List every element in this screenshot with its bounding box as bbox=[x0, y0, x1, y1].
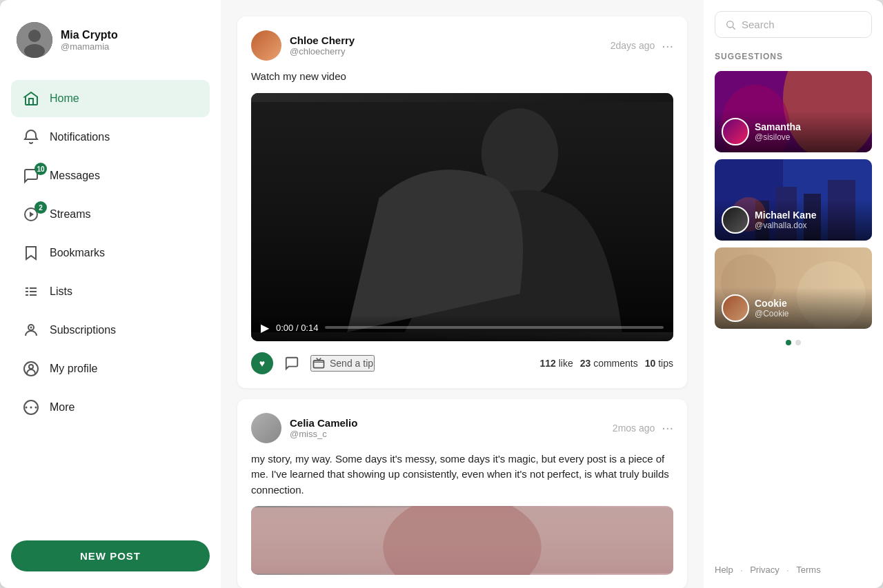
svg-rect-25 bbox=[251, 507, 673, 574]
post-more-button[interactable]: ··· bbox=[662, 38, 673, 54]
suggestions-title: SUGGESTIONS bbox=[715, 52, 872, 61]
video-time: 0:00 / 0:14 bbox=[276, 323, 318, 333]
play-button[interactable]: ▶ bbox=[261, 321, 269, 334]
post-header: Celia Camelio @miss_c 2mos ago ··· bbox=[251, 413, 673, 443]
svg-point-15 bbox=[26, 407, 28, 409]
suggestion-avatar bbox=[722, 118, 749, 145]
svg-marker-4 bbox=[30, 212, 34, 217]
sidebar-item-more-label: More bbox=[50, 401, 75, 414]
search-box[interactable] bbox=[715, 11, 872, 38]
search-icon bbox=[725, 19, 736, 30]
sidebar-item-subscriptions[interactable]: Subscriptions bbox=[11, 312, 210, 349]
post-text: Watch my new video bbox=[251, 69, 673, 85]
sidebar-item-streams[interactable]: 2 Streams bbox=[11, 196, 210, 233]
footer-links: Help · Privacy · Terms bbox=[715, 554, 872, 577]
dot-1[interactable] bbox=[786, 340, 791, 345]
post-author: Chloe Cherry @chloecherry bbox=[251, 30, 355, 61]
like-button[interactable]: ♥ bbox=[251, 352, 273, 374]
post-text: my story, my way. Some days it's messy, … bbox=[251, 452, 673, 498]
post-meta: 2mos ago ··· bbox=[613, 420, 673, 436]
footer-sep-1: · bbox=[740, 565, 743, 577]
sidebar-item-lists[interactable]: Lists bbox=[11, 273, 210, 310]
suggestion-name: Cookie bbox=[755, 298, 789, 309]
messages-badge: 10 bbox=[34, 163, 47, 175]
list-icon bbox=[22, 283, 40, 301]
sidebar-item-bookmarks[interactable]: Bookmarks bbox=[11, 234, 210, 272]
svg-point-2 bbox=[24, 44, 45, 58]
svg-point-17 bbox=[35, 407, 37, 409]
post-author-avatar bbox=[251, 30, 281, 61]
carousel-dots bbox=[715, 340, 872, 345]
svg-point-16 bbox=[30, 407, 32, 409]
video-progress-bar[interactable] bbox=[325, 326, 664, 329]
post-card: Chloe Cherry @chloecherry 2days ago ··· … bbox=[237, 17, 687, 388]
like-count: 112 like bbox=[539, 358, 573, 369]
send-tip-button[interactable]: Send a tip bbox=[310, 355, 375, 372]
post-card: Celia Camelio @miss_c 2mos ago ··· my st… bbox=[237, 399, 687, 589]
user-info: Mia Crypto @mamamia bbox=[61, 29, 118, 52]
sidebar-item-bookmarks-label: Bookmarks bbox=[50, 247, 105, 259]
sidebar-item-lists-label: Lists bbox=[50, 285, 72, 298]
post-author-avatar bbox=[251, 413, 281, 443]
footer-privacy-link[interactable]: Privacy bbox=[750, 565, 780, 577]
svg-point-14 bbox=[29, 365, 33, 369]
svg-point-26 bbox=[727, 21, 733, 27]
suggestion-name: Michael Kane bbox=[755, 210, 816, 221]
suggestion-overlay: Samantha @sisilove bbox=[715, 111, 872, 152]
footer-help-link[interactable]: Help bbox=[715, 565, 733, 577]
suggestion-handle: @Cookie bbox=[755, 309, 789, 318]
tip-count: 10 tips bbox=[645, 358, 673, 369]
sidebar-item-notifications[interactable]: Notifications bbox=[11, 119, 210, 156]
svg-line-27 bbox=[733, 27, 735, 30]
streams-badge: 2 bbox=[34, 201, 47, 214]
post-author-name: Chloe Cherry bbox=[290, 34, 355, 46]
suggestion-name: Samantha bbox=[755, 121, 801, 132]
post-author-info: Chloe Cherry @chloecherry bbox=[290, 34, 355, 57]
user-display-name: Mia Crypto bbox=[61, 29, 118, 41]
post-timestamp: 2mos ago bbox=[613, 423, 655, 434]
more-icon bbox=[22, 398, 40, 416]
video-thumbnail bbox=[251, 93, 673, 341]
sidebar-item-notifications-label: Notifications bbox=[50, 131, 110, 143]
user-profile[interactable]: Mia Crypto @mamamia bbox=[11, 17, 210, 63]
search-input[interactable] bbox=[742, 19, 862, 30]
sidebar-item-messages[interactable]: 10 Messages bbox=[11, 157, 210, 194]
home-icon bbox=[22, 90, 40, 108]
post-meta: 2days ago ··· bbox=[611, 38, 673, 54]
sidebar-item-more[interactable]: More bbox=[11, 389, 210, 426]
post-more-button[interactable]: ··· bbox=[662, 420, 673, 436]
suggestion-handle: @sisilove bbox=[755, 132, 801, 142]
suggestion-handle: @valhalla.dox bbox=[755, 221, 816, 230]
sidebar-item-home-label: Home bbox=[50, 92, 79, 105]
new-post-button[interactable]: NEW POST bbox=[11, 540, 210, 571]
svg-point-12 bbox=[30, 327, 32, 329]
suggestion-card[interactable]: Michael Kane @valhalla.dox bbox=[715, 159, 872, 241]
main-feed: Chloe Cherry @chloecherry 2days ago ··· … bbox=[221, 0, 704, 588]
bookmark-icon bbox=[22, 244, 40, 262]
footer-terms-link[interactable]: Terms bbox=[796, 565, 820, 577]
svg-point-1 bbox=[28, 30, 41, 42]
sidebar-item-messages-label: Messages bbox=[50, 170, 100, 182]
comment-count: 23 comments bbox=[580, 358, 638, 369]
sidebar-item-home[interactable]: Home bbox=[11, 80, 210, 117]
video-controls: ▶ 0:00 / 0:14 bbox=[251, 314, 673, 341]
suggestion-avatar bbox=[722, 294, 749, 322]
suggestion-card[interactable]: Cookie @Cookie bbox=[715, 247, 872, 329]
footer-sep-2: · bbox=[786, 565, 789, 577]
sidebar-item-profile[interactable]: My profile bbox=[11, 350, 210, 387]
tip-icon bbox=[312, 356, 326, 370]
profile-icon bbox=[22, 360, 40, 378]
suggestion-avatar bbox=[722, 206, 749, 234]
suggestion-overlay: Michael Kane @valhalla.dox bbox=[715, 199, 872, 241]
sidebar: Mia Crypto @mamamia Home Notifica bbox=[0, 0, 221, 588]
post-header: Chloe Cherry @chloecherry 2days ago ··· bbox=[251, 30, 673, 61]
sidebar-item-subscriptions-label: Subscriptions bbox=[50, 324, 116, 336]
bell-icon bbox=[22, 128, 40, 146]
sidebar-item-profile-label: My profile bbox=[50, 363, 97, 375]
comment-button[interactable] bbox=[284, 356, 299, 371]
suggestion-card[interactable]: Samantha @sisilove bbox=[715, 71, 872, 152]
dot-2[interactable] bbox=[795, 340, 801, 345]
post-author: Celia Camelio @miss_c bbox=[251, 413, 357, 443]
user-handle: @mamamia bbox=[61, 41, 118, 52]
post-timestamp: 2days ago bbox=[611, 40, 655, 51]
